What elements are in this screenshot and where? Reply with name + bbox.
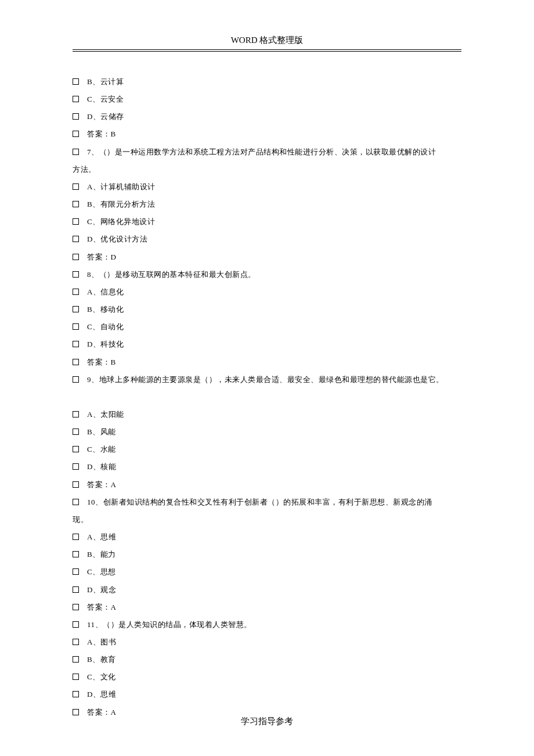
line-text: 7、（）是一种运用数学方法和系统工程方法对产品结构和性能进行分析、决策，以获取最… [87, 143, 461, 161]
content-line-wrap: 现。 [73, 511, 461, 528]
content-line-wrap: 方法。 [73, 161, 461, 178]
line-text: C、自动化 [87, 318, 461, 336]
document-page: WORD 格式整理版 B、云计算C、云安全D、云储存答案：B7、（）是一种运用数… [0, 0, 534, 756]
checkbox-icon [73, 359, 79, 365]
line-text: 10、创新者知识结构的复合性和交叉性有利于创新者（）的拓展和丰富，有利于新思想、… [87, 494, 461, 511]
content-line: C、文化 [73, 668, 461, 686]
content-line: B、风能 [73, 423, 461, 441]
page-header: WORD 格式整理版 [73, 35, 461, 50]
content-line: D、优化设计方法 [73, 231, 461, 248]
line-text: A、图书 [87, 633, 461, 651]
page-footer: 学习指导参考 [0, 716, 534, 727]
content-line-wrap [73, 388, 461, 406]
content-line: D、核能 [73, 458, 461, 476]
checkbox-icon [73, 113, 79, 120]
checkbox-icon [73, 411, 79, 417]
checkbox-icon [73, 289, 79, 295]
checkbox-icon [73, 429, 79, 435]
checkbox-icon [73, 149, 79, 155]
content-line: C、自动化 [73, 318, 461, 336]
content-line: D、云储存 [73, 108, 461, 125]
checkbox-icon [73, 709, 79, 715]
content-line: 答案：D [73, 249, 461, 266]
checkbox-icon [73, 96, 79, 102]
checkbox-icon [73, 674, 79, 680]
checkbox-icon [73, 463, 79, 470]
content-line: D、科技化 [73, 336, 461, 353]
content-line: 11、（）是人类知识的结晶，体现着人类智慧。 [73, 616, 461, 633]
line-text: A、思维 [87, 528, 461, 546]
line-text: 8、（）是移动互联网的基本特征和最大创新点。 [87, 266, 461, 283]
checkbox-icon [73, 481, 79, 488]
checkbox-icon [73, 218, 79, 225]
line-text: D、优化设计方法 [87, 231, 461, 248]
line-text: 答案：D [87, 249, 461, 266]
line-text: A、信息化 [87, 283, 461, 301]
content-line: 答案：A [73, 599, 461, 616]
checkbox-icon [73, 551, 79, 557]
checkbox-icon [73, 639, 79, 645]
line-text: 答案：A [87, 599, 461, 616]
line-text: 11、（）是人类知识的结晶，体现着人类智慧。 [87, 616, 461, 633]
line-text: C、水能 [87, 441, 461, 458]
checkbox-icon [73, 621, 79, 628]
line-text: B、移动化 [87, 301, 461, 318]
content-line: A、太阳能 [73, 406, 461, 423]
content-line: A、图书 [73, 633, 461, 651]
checkbox-icon [73, 183, 79, 190]
line-text: A、太阳能 [87, 406, 461, 423]
content-line: 7、（）是一种运用数学方法和系统工程方法对产品结构和性能进行分析、决策，以获取最… [73, 143, 461, 161]
checkbox-icon [73, 568, 79, 575]
line-text: B、能力 [87, 546, 461, 563]
checkbox-icon [73, 376, 79, 383]
checkbox-icon [73, 78, 79, 85]
line-text: B、云计算 [87, 73, 461, 91]
line-text: A、计算机辅助设计 [87, 178, 461, 196]
content-line: B、有限元分析方法 [73, 196, 461, 213]
checkbox-icon [73, 131, 79, 137]
content-line: 答案：A [73, 476, 461, 494]
line-text: 答案：B [87, 354, 461, 371]
checkbox-icon [73, 341, 79, 347]
line-text: 9、地球上多种能源的主要源泉是（），未来人类最合适、最安全、最绿色和最理想的替代… [87, 371, 461, 388]
content-line: B、移动化 [73, 301, 461, 318]
content-line: A、信息化 [73, 283, 461, 301]
line-text: C、云安全 [87, 91, 461, 108]
line-text: 答案：A [87, 476, 461, 494]
content-line: A、计算机辅助设计 [73, 178, 461, 196]
content-line: B、云计算 [73, 73, 461, 91]
line-text: D、科技化 [87, 336, 461, 353]
line-text: B、风能 [87, 423, 461, 441]
checkbox-icon [73, 323, 79, 330]
checkbox-icon [73, 306, 79, 312]
checkbox-icon [73, 586, 79, 593]
content-line: C、云安全 [73, 91, 461, 108]
checkbox-icon [73, 271, 79, 278]
line-text: D、核能 [87, 458, 461, 476]
checkbox-icon [73, 446, 79, 452]
line-text: 答案：B [87, 125, 461, 143]
line-text: C、网络化异地设计 [87, 213, 461, 231]
content-line: C、网络化异地设计 [73, 213, 461, 231]
line-text: C、文化 [87, 668, 461, 686]
line-text: C、思想 [87, 563, 461, 581]
content-line: 答案：B [73, 354, 461, 371]
line-text: D、思维 [87, 686, 461, 703]
content-line: B、教育 [73, 651, 461, 668]
line-text: D、观念 [87, 581, 461, 599]
content-line: D、思维 [73, 686, 461, 703]
content-line: C、水能 [73, 441, 461, 458]
content-line: D、观念 [73, 581, 461, 599]
content-line: C、思想 [73, 563, 461, 581]
checkbox-icon [73, 254, 79, 260]
content-line: 10、创新者知识结构的复合性和交叉性有利于创新者（）的拓展和丰富，有利于新思想、… [73, 494, 461, 511]
checkbox-icon [73, 604, 79, 610]
content-line: 8、（）是移动互联网的基本特征和最大创新点。 [73, 266, 461, 283]
line-text: D、云储存 [87, 108, 461, 125]
checkbox-icon [73, 236, 79, 242]
checkbox-icon [73, 201, 79, 207]
content-line: 9、地球上多种能源的主要源泉是（），未来人类最合适、最安全、最绿色和最理想的替代… [73, 371, 461, 388]
checkbox-icon [73, 499, 79, 505]
checkbox-icon [73, 656, 79, 663]
document-content: B、云计算C、云安全D、云储存答案：B7、（）是一种运用数学方法和系统工程方法对… [73, 73, 461, 721]
